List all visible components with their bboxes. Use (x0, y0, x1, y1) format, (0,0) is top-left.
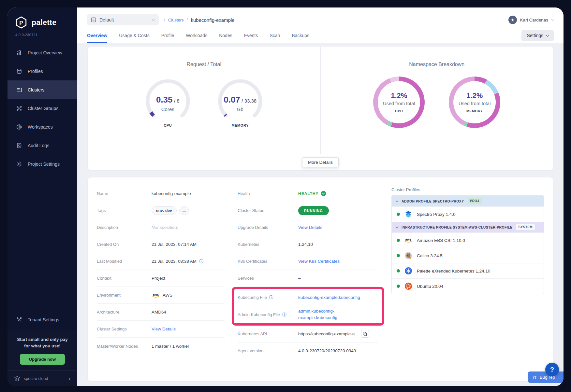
tab-usage-costs[interactable]: Usage & Costs (119, 28, 149, 43)
profile-pack-spectro-proxy[interactable]: Spectro Proxy 1.4.0 (392, 206, 544, 222)
main-area: Default / Clusters / kubeconfig-example … (77, 7, 564, 386)
cluster-settings-link[interactable]: View Details (152, 327, 176, 331)
services-value: – (298, 276, 301, 281)
cluster-profiles-panel: Cluster Profiles ADDON PROFILE SPECTRO-P… (391, 185, 544, 378)
palette-logo: P palette (7, 7, 77, 32)
svg-text:aws: aws (405, 238, 412, 241)
chart-bars-icon (16, 49, 22, 56)
pack-name: Ubuntu 20.04 (417, 284, 443, 289)
settings-button[interactable]: Settings (521, 30, 554, 41)
help-button[interactable]: ? (545, 363, 559, 376)
version-label: 4.0.0-230721 (7, 32, 77, 43)
view-k8s-certificates-link[interactable]: View K8s Certificates (298, 259, 340, 264)
cpu-donut: 1.2% Used from total CPU (373, 77, 425, 128)
sidebar-item-project-overview[interactable]: Project Overview (7, 43, 77, 62)
gear-icon (16, 161, 22, 167)
svg-text:aws: aws (153, 293, 159, 296)
copy-icon[interactable] (361, 330, 369, 338)
tag-chip: env: dev (152, 206, 177, 215)
sidebar-item-project-settings[interactable]: Project Settings (7, 155, 77, 173)
cpu-request-value: 0.35 (156, 95, 173, 105)
chevron-down-icon (396, 225, 398, 228)
profile-header-label: INFRASTRUCTURE PROFILE SYSTEM-AWS-CLUSTE… (402, 225, 512, 229)
sidebar-collapse-icon[interactable]: ‹ (69, 376, 71, 382)
kubernetes-version-value: 1.24.10 (298, 242, 313, 247)
detail-label: Name (97, 191, 152, 196)
tab-workloads[interactable]: Workloads (186, 28, 207, 43)
upgrade-now-button[interactable]: Upgrade now (20, 354, 65, 365)
upgrade-details-link[interactable]: View Details (298, 225, 322, 230)
sidebar-spacer (7, 173, 77, 311)
proj-badge: PROJ (468, 198, 482, 204)
kubeconfig-highlight-annotation: Kubeconfig File ⓘ kubeconfig-example.kub… (232, 287, 384, 326)
sidebar-item-label: Profiles (28, 69, 43, 74)
namespace-breakdown-title: Namespace Breakdown (321, 62, 553, 67)
check-circle-icon (321, 191, 326, 196)
tab-overview[interactable]: Overview (87, 28, 107, 43)
tab-events[interactable]: Events (244, 28, 258, 43)
breadcrumb: / Clusters / kubeconfig-example (164, 17, 235, 23)
memory-usage-percent: 1.2% (466, 91, 483, 100)
detail-label: Agent version (238, 348, 298, 353)
addon-profile-header[interactable]: ADDON PROFILE SPECTRO-PROXY PROJ (392, 196, 544, 206)
sidebar-item-label: Audit Logs (28, 143, 49, 148)
pack-name: Palette eXtended Kubernetes 1.24.10 (417, 269, 490, 273)
sidebar-item-audit-logs[interactable]: Audit Logs (7, 136, 77, 155)
chevron-down-icon (396, 199, 398, 202)
detail-label: Architecture (97, 310, 152, 315)
tab-nodes[interactable]: Nodes (219, 28, 232, 43)
environment-value: AWS (163, 293, 172, 298)
profile-pack-amazon-ebs-csi[interactable]: aws Amazon EBS CSI 1.10.0 (392, 232, 544, 248)
more-details-button[interactable]: More Details (302, 157, 339, 167)
profile-pack-palette-extended-kubernetes[interactable]: Palette eXtended Kubernetes 1.24.10 (392, 263, 544, 278)
detail-row-tags: Tags env: dev ... (97, 202, 225, 219)
settings-button-label: Settings (527, 33, 543, 38)
agent-version-value: 4.0.0-230720/20230720.0943 (298, 348, 356, 353)
profile-pack-ubuntu[interactable]: Ubuntu 20.04 (392, 278, 544, 294)
memory-request-value: 0.07 (224, 95, 240, 105)
cpu-total-value: / 8 (174, 98, 180, 104)
sidebar-item-profiles[interactable]: Profiles (7, 62, 77, 80)
user-menu[interactable]: ★ Karl Cardenas (508, 16, 554, 24)
detail-label: Created On (97, 242, 152, 247)
detail-label: Cluster Settings (97, 327, 152, 331)
detail-row-cluster-settings: Cluster Settings View Details (97, 321, 225, 338)
bug-report-button[interactable]: Bug rep (528, 371, 564, 383)
detail-label: Cluster Status (238, 208, 298, 213)
status-dot (397, 285, 400, 288)
detail-row-kubernetes: Kubernetes 1.24.10 (238, 236, 378, 253)
cpu-gauge: 0.35 / 8 Cores CPU (141, 77, 195, 127)
detail-label: Kubeconfig File (238, 295, 267, 300)
details-column-left: Name kubeconfig-example Tags env: dev ..… (97, 185, 225, 378)
sidebar-item-label: Tenant Settings (28, 317, 59, 322)
infrastructure-profile-header[interactable]: INFRASTRUCTURE PROFILE SYSTEM-AWS-CLUSTE… (392, 222, 544, 232)
ubuntu-icon (404, 282, 413, 290)
tab-backups[interactable]: Backups (292, 28, 309, 43)
bug-icon (532, 375, 537, 380)
profile-pack-calico[interactable]: Calico 3.24.5 (392, 248, 544, 263)
sidebar-item-tenant-settings[interactable]: Tenant Settings (7, 311, 77, 329)
memory-donut: 1.2% Used from total MEMORY (449, 77, 500, 128)
project-scope-selector[interactable]: Default (87, 14, 159, 25)
sidebar-item-clusters[interactable]: Clusters (7, 80, 77, 99)
tab-profile[interactable]: Profile (161, 28, 174, 43)
detail-row-environment: Environment aws AWS (97, 287, 225, 304)
sidebar-item-cluster-groups[interactable]: Cluster Groups (7, 99, 77, 118)
chevron-down-icon (546, 34, 549, 37)
detail-row-kubernetes-api: Kubernetes API https://kubeconfig-exampl… (238, 326, 378, 343)
network-nodes-icon (16, 105, 22, 112)
memory-donut-caption: MEMORY (466, 109, 483, 113)
detail-row-name: Name kubeconfig-example (97, 185, 225, 202)
memory-gauge: 0.07 / 33.38 Gb MEMORY (213, 77, 267, 127)
kubeconfig-file-link[interactable]: kubeconfig-example.kubeconfig (298, 295, 360, 300)
breadcrumb-clusters-link[interactable]: Clusters (168, 18, 184, 22)
tags-more-chip[interactable]: ... (179, 206, 189, 215)
app-window: P palette 4.0.0-230721 Project Overview … (7, 7, 564, 386)
detail-row-last-modified: Last Modified 21 Jul, 2023, 08:38 AM ⓘ (97, 253, 225, 270)
info-icon[interactable]: ⓘ (269, 295, 273, 300)
info-icon[interactable]: ⓘ (199, 259, 203, 263)
sidebar-item-workspaces[interactable]: Workspaces (7, 118, 77, 136)
admin-kubeconfig-file-link[interactable]: admin.kubeconfig-example.kubeconfig (298, 308, 354, 321)
tab-scan[interactable]: Scan (270, 28, 280, 43)
info-icon[interactable]: ⓘ (282, 313, 286, 317)
